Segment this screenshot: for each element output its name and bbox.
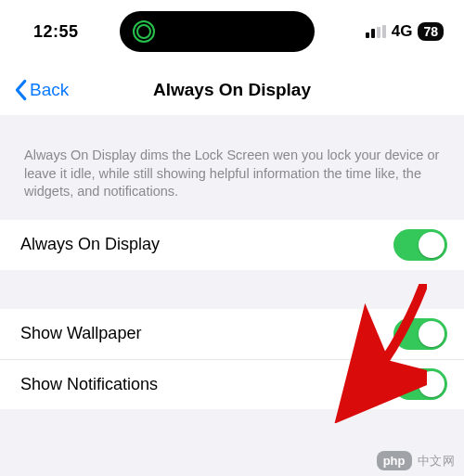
- watermark-badge: php: [377, 451, 412, 470]
- page-title: Always On Display: [0, 80, 464, 100]
- content-area: Always On Display dims the Lock Screen w…: [0, 115, 464, 476]
- dynamic-island[interactable]: [120, 11, 315, 52]
- status-time: 12:55: [33, 22, 79, 42]
- activity-icon: [133, 20, 155, 43]
- status-right: 4G 78: [366, 22, 444, 41]
- nav-header: Back Always On Display: [0, 65, 464, 115]
- battery-badge: 78: [418, 22, 444, 41]
- toggle-always-on-display[interactable]: [393, 229, 447, 261]
- row-show-wallpaper: Show Wallpaper: [0, 309, 464, 359]
- status-bar: 12:55 4G 78: [0, 0, 464, 58]
- network-label: 4G: [392, 22, 413, 41]
- back-button[interactable]: Back: [13, 79, 69, 101]
- settings-group-main: Always On Display: [0, 220, 464, 270]
- watermark: php 中文网: [377, 451, 455, 470]
- row-show-notifications: Show Notifications: [0, 359, 464, 409]
- signal-icon: [366, 25, 386, 38]
- toggle-show-wallpaper[interactable]: [393, 318, 447, 350]
- group-gap: [0, 270, 464, 309]
- watermark-text: 中文网: [418, 453, 456, 470]
- toggle-show-notifications[interactable]: [393, 368, 447, 400]
- row-label: Show Wallpaper: [20, 324, 141, 343]
- row-label: Show Notifications: [20, 375, 158, 394]
- section-description: Always On Display dims the Lock Screen w…: [0, 115, 464, 220]
- settings-screen: 12:55 4G 78 Back Always On Display Alway…: [0, 0, 464, 476]
- row-always-on-display: Always On Display: [0, 220, 464, 270]
- back-label: Back: [30, 80, 69, 100]
- row-label: Always On Display: [20, 235, 160, 254]
- chevron-left-icon: [13, 79, 28, 101]
- settings-group-options: Show Wallpaper Show Notifications: [0, 309, 464, 409]
